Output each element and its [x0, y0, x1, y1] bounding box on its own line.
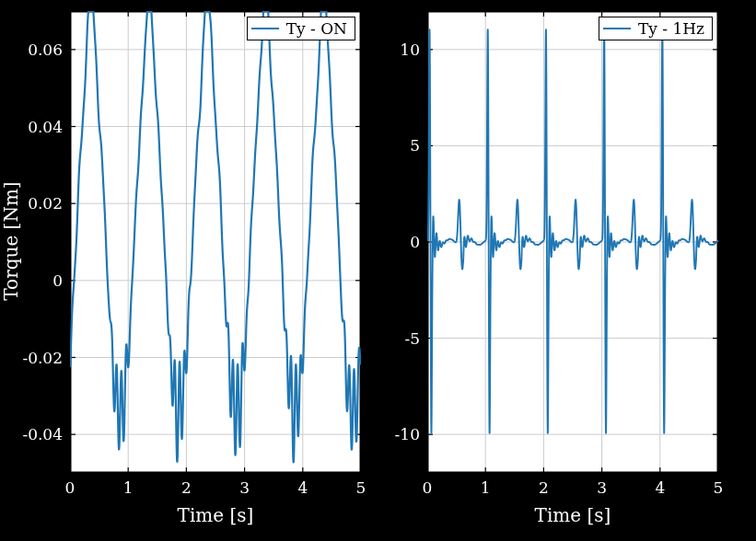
series-ty-1hz: [427, 29, 718, 432]
xtick-label: 1: [123, 478, 134, 497]
xtick-label: 2: [181, 478, 192, 497]
legend-right: Ty - 1Hz: [599, 17, 713, 40]
ytick-label: 0: [52, 271, 63, 290]
legend-color-swatch: [251, 28, 279, 29]
chart-right: [427, 11, 718, 473]
xtick-label: 5: [356, 478, 366, 497]
xtick-label: 2: [539, 478, 549, 497]
ytick-label: -0.02: [22, 349, 63, 367]
xtick-label: 1: [481, 478, 491, 497]
ytick-label: 0.02: [28, 194, 63, 213]
xtick-label: 3: [239, 478, 250, 497]
xtick-label: 4: [655, 478, 665, 497]
xtick-label: 0: [65, 478, 76, 497]
xtick-label: 0: [423, 478, 433, 497]
legend-label-left: Ty - ON: [286, 19, 347, 38]
xtick-label: 3: [597, 478, 607, 497]
xtick-label: 5: [714, 478, 724, 497]
series-ty-on: [70, 11, 361, 462]
xlabel-left: Time [s]: [178, 504, 254, 526]
ytick-label: -0.04: [22, 425, 63, 443]
xtick-label: 4: [297, 478, 308, 497]
ylabel-left: Torque [Nm]: [0, 181, 22, 300]
chart-panel-left: Ty - ON: [70, 11, 361, 473]
chart-left: [70, 11, 361, 473]
ytick-label: 10: [400, 40, 420, 59]
legend-left: Ty - ON: [247, 17, 355, 40]
legend-color-swatch: [603, 28, 631, 29]
legend-label-right: Ty - 1Hz: [638, 19, 704, 38]
chart-panel-right: Ty - 1Hz: [427, 11, 718, 473]
ytick-label: -5: [404, 329, 420, 348]
ytick-label: 0.06: [28, 40, 63, 59]
ytick-label: 0.04: [28, 118, 63, 136]
ytick-label: 0: [410, 233, 420, 251]
xlabel-right: Time [s]: [535, 504, 611, 526]
ytick-label: -10: [395, 425, 420, 443]
ytick-label: 5: [410, 136, 420, 155]
